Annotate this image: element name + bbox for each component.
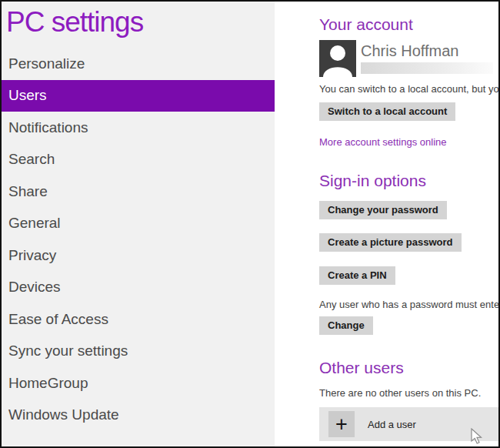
sidebar-item-ease-of-access[interactable]: Ease of Access <box>2 303 275 336</box>
sidebar-item-notifications[interactable]: Notifications <box>2 112 275 144</box>
sidebar-item-share[interactable]: Share <box>2 176 275 208</box>
create-picture-password-button[interactable]: Create a picture password <box>319 233 462 252</box>
switch-account-note: You can switch to a local account, but y… <box>319 83 498 95</box>
sidebar-item-windows-update[interactable]: Windows Update <box>2 400 275 432</box>
sidebar-nav: PersonalizeUsersNotificationsSearchShare… <box>2 48 275 431</box>
change-password-button[interactable]: Change your password <box>319 201 447 219</box>
sidebar-item-personalize[interactable]: Personalize <box>2 48 275 80</box>
create-pin-button[interactable]: Create a PIN <box>319 266 395 285</box>
sidebar-item-privacy[interactable]: Privacy <box>2 239 275 272</box>
redacted-email <box>361 62 493 74</box>
your-account-heading: Your account <box>319 15 498 35</box>
page-title: PC settings <box>2 2 275 42</box>
account-info: Chris Hoffman <box>361 40 493 74</box>
switch-to-local-account-button[interactable]: Switch to a local account <box>319 102 455 121</box>
sidebar-item-general[interactable]: General <box>2 208 275 240</box>
add-user-button[interactable]: + Add a user <box>319 407 498 441</box>
change-policy-button[interactable]: Change <box>319 316 373 335</box>
sidebar-item-search[interactable]: Search <box>2 144 275 176</box>
plus-icon: + <box>328 411 355 437</box>
password-policy-note: Any user who has a password must enter i… <box>319 299 498 311</box>
other-users-heading: Other users <box>319 358 498 378</box>
sidebar-item-devices[interactable]: Devices <box>2 272 275 304</box>
pc-settings-window: PC settings PersonalizeUsersNotification… <box>0 0 500 448</box>
sidebar: PC settings PersonalizeUsersNotification… <box>2 2 275 446</box>
account-summary: Chris Hoffman <box>319 40 498 77</box>
no-other-users-note: There are no other users on this PC. <box>319 387 498 400</box>
user-avatar-icon <box>319 40 356 77</box>
more-account-settings-link[interactable]: More account settings online <box>319 136 446 149</box>
sign-in-options-heading: Sign-in options <box>319 171 498 191</box>
add-user-label: Add a user <box>368 419 416 430</box>
user-name: Chris Hoffman <box>361 42 493 60</box>
main-panel: Your account Chris Hoffman You can switc… <box>275 2 498 446</box>
sidebar-item-homegroup[interactable]: HomeGroup <box>2 367 275 400</box>
sidebar-item-users[interactable]: Users <box>2 80 275 112</box>
sidebar-item-sync-your-settings[interactable]: Sync your settings <box>2 336 275 368</box>
